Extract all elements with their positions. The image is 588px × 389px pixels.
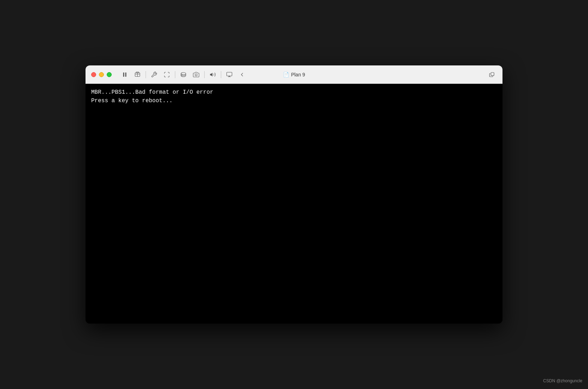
svg-rect-3 bbox=[136, 72, 139, 72]
back-button[interactable] bbox=[236, 69, 248, 81]
traffic-lights bbox=[91, 72, 112, 77]
pause-button[interactable] bbox=[119, 69, 131, 81]
window-title-text: Plan 9 bbox=[291, 72, 305, 77]
svg-rect-0 bbox=[123, 72, 124, 77]
volume-icon bbox=[210, 71, 216, 78]
svg-rect-1 bbox=[125, 72, 127, 77]
resize-button[interactable] bbox=[161, 69, 173, 81]
svg-point-6 bbox=[181, 72, 186, 75]
terminal-line-1: MBR...PBS1...Bad format or I/O error bbox=[91, 88, 497, 97]
watermark: CSDN @zhonguncle bbox=[543, 378, 582, 383]
terminal-line-2: Press a key to reboot... bbox=[91, 97, 497, 105]
vm-window: 📄 Plan 9 MBR...PBS1...Bad format or I/O … bbox=[86, 65, 502, 324]
window-resize-icon bbox=[489, 72, 495, 77]
disk-button[interactable] bbox=[177, 69, 189, 81]
svg-rect-11 bbox=[491, 72, 494, 76]
disk-icon bbox=[180, 71, 187, 78]
window-title-icon: 📄 bbox=[283, 72, 289, 77]
svg-marker-8 bbox=[210, 72, 213, 76]
pause-icon bbox=[122, 71, 128, 78]
display-button[interactable] bbox=[223, 69, 235, 81]
separator-1 bbox=[146, 71, 146, 78]
maximize-button[interactable] bbox=[107, 72, 112, 77]
separator-4 bbox=[221, 71, 221, 78]
svg-rect-9 bbox=[227, 72, 232, 76]
separator-3 bbox=[204, 71, 205, 78]
audio-button[interactable] bbox=[207, 69, 219, 81]
back-icon bbox=[239, 71, 245, 78]
titlebar: 📄 Plan 9 bbox=[86, 65, 502, 84]
display-icon bbox=[226, 71, 233, 78]
wrench-icon bbox=[151, 71, 157, 78]
settings-button[interactable] bbox=[148, 69, 160, 81]
snapshot-button[interactable] bbox=[131, 69, 143, 81]
snapshot-icon bbox=[134, 71, 141, 78]
window-resize-button[interactable] bbox=[487, 70, 497, 80]
close-button[interactable] bbox=[91, 72, 96, 77]
separator-2 bbox=[175, 71, 175, 78]
minimize-button[interactable] bbox=[99, 72, 104, 77]
terminal-content[interactable]: MBR...PBS1...Bad format or I/O error Pre… bbox=[86, 84, 502, 324]
resize-icon bbox=[164, 71, 170, 78]
camera-button[interactable] bbox=[190, 69, 202, 81]
window-title-area: 📄 Plan 9 bbox=[283, 72, 305, 77]
camera-icon bbox=[193, 71, 199, 78]
titlebar-right bbox=[487, 70, 497, 80]
svg-point-7 bbox=[195, 74, 197, 76]
